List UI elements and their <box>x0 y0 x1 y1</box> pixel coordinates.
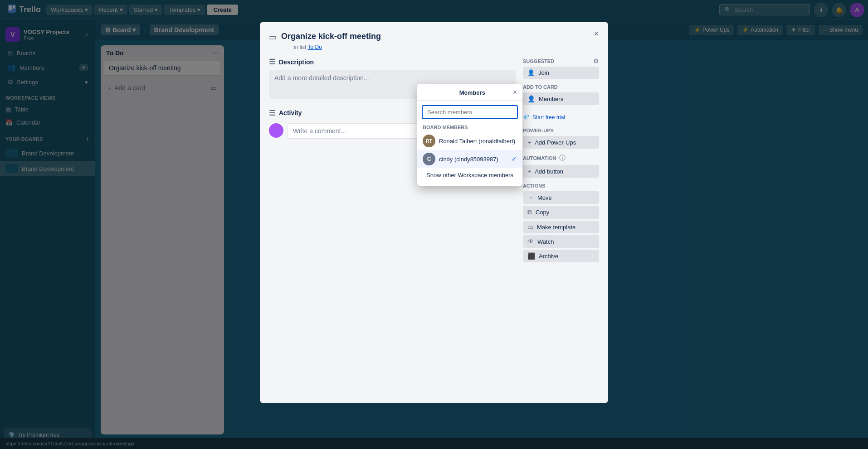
member-avatar-ronald: RT <box>423 135 435 147</box>
member-name-ronald: Ronald Talbert (ronaldtalbert) <box>439 138 515 145</box>
suggested-label: Suggested <box>523 58 554 64</box>
power-ups-label: Power-Ups <box>523 128 599 133</box>
modal-subtitle: in list To Do <box>294 44 599 50</box>
modal-overlay[interactable]: ▭ Organize kick-off meeting in list To D… <box>0 0 868 449</box>
copy-icon: ⧉ <box>527 208 532 216</box>
description-placeholder: Add a more detailed description... <box>274 74 369 82</box>
plus-icon: + <box>527 139 531 146</box>
suggested-header: Suggested ⚙ <box>523 58 599 65</box>
move-icon: → <box>527 194 534 201</box>
plus-icon: + <box>527 168 531 175</box>
description-label: Description <box>279 58 314 66</box>
close-icon: × <box>513 88 517 96</box>
activity-title: ☰ Activity <box>269 109 302 117</box>
automation-info: Automation ⓘ <box>523 154 599 162</box>
start-trial-label: Start free trial <box>532 114 565 121</box>
eye-icon: 👁 <box>527 238 534 245</box>
search-members-input[interactable] <box>422 105 518 119</box>
start-trial-section: 💎 Start free trial <box>523 112 599 122</box>
description-header: ☰ Description <box>269 58 516 66</box>
actions-label: Actions <box>523 183 599 188</box>
archive-button[interactable]: ⬛ Archive <box>523 250 599 262</box>
copy-label: Copy <box>536 209 549 216</box>
add-button-label: Add button <box>535 168 563 175</box>
close-icon: × <box>594 29 599 39</box>
members-btn-label: Members <box>539 96 563 102</box>
member-item-ronald[interactable]: RT Ronald Talbert (ronaldtalbert) <box>417 132 522 150</box>
automation-label: Automation <box>523 155 556 161</box>
modal-header: ▭ Organize kick-off meeting in list To D… <box>260 22 608 50</box>
member-initial-c: C <box>427 156 431 162</box>
card-icon: ▭ <box>269 32 277 42</box>
join-button[interactable]: 👤 Join <box>523 67 599 79</box>
member-name-cindy: cindy (cindy85093987) <box>439 156 498 163</box>
archive-icon: ⬛ <box>527 252 535 260</box>
watch-button[interactable]: 👁 Watch <box>523 235 599 248</box>
suggested-settings-button[interactable]: ⚙ <box>593 58 599 65</box>
actions-section: Actions → Move ⧉ Copy ▭ Make template � <box>523 183 599 262</box>
premium-icon: 💎 <box>523 114 530 121</box>
checkmark-icon: ✓ <box>512 155 517 163</box>
suggested-section: Suggested ⚙ 👤 Join <box>523 58 599 79</box>
template-icon: ▭ <box>527 223 533 231</box>
popup-title: Members <box>432 89 513 96</box>
move-button[interactable]: → Move <box>523 191 599 204</box>
automation-section: Automation ⓘ + Add button <box>523 154 599 178</box>
comment-placeholder: Write a comment... <box>293 127 346 135</box>
modal-sidebar-panel: Suggested ⚙ 👤 Join Add to card 👤 Members <box>523 58 599 268</box>
modal-close-button[interactable]: × <box>589 26 604 41</box>
add-power-ups-button[interactable]: + Add Power-Ups <box>523 136 599 149</box>
person-icon: 👤 <box>527 69 535 76</box>
commenter-avatar <box>269 123 283 138</box>
add-to-card-label: Add to card <box>523 84 599 90</box>
show-other-workspace-members-button[interactable]: Show other Workspace members <box>417 168 522 182</box>
power-ups-section: Power-Ups + Add Power-Ups <box>523 128 599 149</box>
move-label: Move <box>537 194 552 201</box>
make-template-button[interactable]: ▭ Make template <box>523 221 599 233</box>
show-other-label: Show other Workspace members <box>426 172 513 179</box>
add-power-ups-label: Add Power-Ups <box>535 139 576 146</box>
member-item-cindy[interactable]: C cindy (cindy85093987) ✓ <box>417 150 522 168</box>
board-members-label: Board members <box>417 122 522 132</box>
watch-label: Watch <box>537 238 554 245</box>
card-modal: ▭ Organize kick-off meeting in list To D… <box>260 22 608 403</box>
description-icon: ☰ <box>269 58 275 66</box>
info-icon[interactable]: ⓘ <box>559 154 566 162</box>
add-to-card-section: Add to card 👤 Members <box>523 84 599 105</box>
modal-title: Organize kick-off meeting <box>281 31 599 42</box>
list-link[interactable]: To Do <box>307 44 322 50</box>
members-icon: 👤 <box>527 95 535 102</box>
activity-label: Activity <box>279 109 302 116</box>
members-panel-button[interactable]: 👤 Members <box>523 92 599 105</box>
activity-icon: ☰ <box>269 109 275 117</box>
member-avatar-cindy: C <box>423 153 435 165</box>
archive-label: Archive <box>539 253 558 260</box>
make-template-label: Make template <box>537 224 575 231</box>
in-list-label: in list <box>294 44 306 50</box>
popup-header: Members × <box>417 84 522 101</box>
join-label: Join <box>538 69 549 76</box>
member-initials: RT <box>426 139 432 144</box>
members-popup: Members × Board members RT Ronald Talber… <box>417 84 522 186</box>
copy-button[interactable]: ⧉ Copy <box>523 206 599 219</box>
popup-close-button[interactable]: × <box>513 88 517 97</box>
add-button-button[interactable]: + Add button <box>523 165 599 178</box>
start-trial-button[interactable]: 💎 Start free trial <box>523 112 565 122</box>
